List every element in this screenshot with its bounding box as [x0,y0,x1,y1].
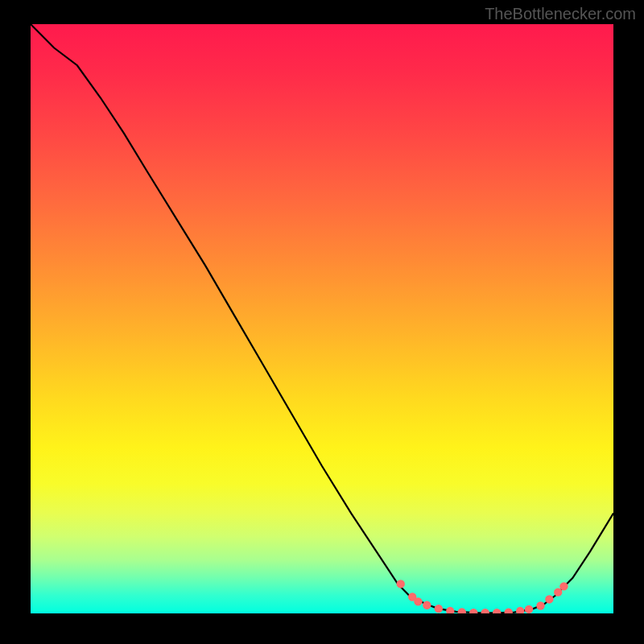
data-marker [423,601,431,609]
data-marker [536,601,544,609]
data-marker [504,608,512,613]
data-marker [481,609,489,613]
data-marker [397,580,405,588]
data-marker [545,595,553,603]
data-marker [525,605,533,613]
data-marker [516,607,524,613]
data-marker [469,609,477,613]
data-marker [559,582,568,590]
chart-svg [31,24,613,613]
chart-plot-area [31,24,613,613]
data-marker [446,607,454,613]
attribution-text: TheBottlenecker.com [485,5,636,23]
bottleneck-curve-line [31,24,613,613]
data-marker [493,609,501,613]
data-markers-group [397,580,568,613]
data-marker [458,608,466,613]
data-marker [414,597,422,605]
data-marker [435,605,443,613]
